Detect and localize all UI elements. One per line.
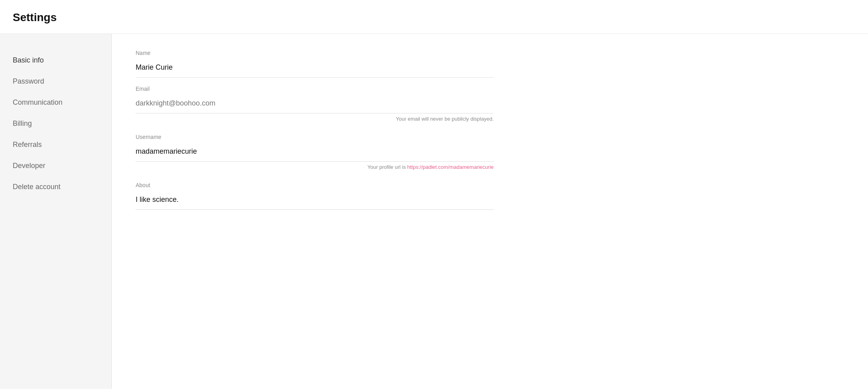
- username-hint-prefix: Your profile url is: [368, 164, 407, 170]
- username-label: Username: [136, 134, 494, 140]
- sidebar-item-password[interactable]: Password: [13, 71, 99, 92]
- main-content: Name Marie Curie Email Your email will n…: [111, 34, 868, 389]
- name-field-row: Name Marie Curie: [136, 50, 494, 78]
- username-profile-url[interactable]: https://padlet.com/madamemariecurie: [407, 164, 494, 170]
- sidebar-item-communication[interactable]: Communication: [13, 92, 99, 113]
- page-header: Settings: [0, 0, 868, 34]
- form-section: Name Marie Curie Email Your email will n…: [136, 50, 494, 210]
- about-value: I like science.: [136, 192, 494, 210]
- username-field-row: Username madamemariecurie: [136, 134, 494, 162]
- sidebar-item-referrals[interactable]: Referrals: [13, 134, 99, 155]
- username-hint: Your profile url is https://padlet.com/m…: [136, 164, 494, 170]
- sidebar-item-billing[interactable]: Billing: [13, 113, 99, 134]
- name-value: Marie Curie: [136, 59, 494, 78]
- sidebar-item-basic-info[interactable]: Basic info: [13, 50, 99, 71]
- sidebar: Basic info Password Communication Billin…: [0, 34, 111, 389]
- email-input[interactable]: [136, 95, 494, 113]
- email-hint: Your email will never be publicly displa…: [136, 116, 494, 122]
- sidebar-item-developer[interactable]: Developer: [13, 155, 99, 176]
- sidebar-item-delete-account[interactable]: Delete account: [13, 176, 99, 197]
- page-body: Basic info Password Communication Billin…: [0, 34, 868, 389]
- username-value: madamemariecurie: [136, 143, 494, 162]
- email-field-row: Email: [136, 86, 494, 113]
- email-label: Email: [136, 86, 494, 92]
- page-title: Settings: [13, 11, 855, 24]
- about-field-row: About I like science.: [136, 182, 494, 210]
- name-label: Name: [136, 50, 494, 56]
- about-label: About: [136, 182, 494, 188]
